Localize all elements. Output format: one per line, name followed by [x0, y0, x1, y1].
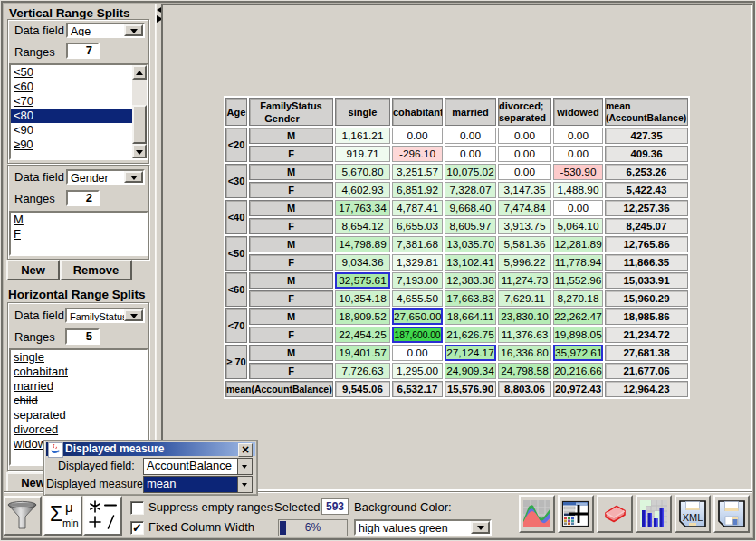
- svg-text:XML: XML: [683, 512, 703, 523]
